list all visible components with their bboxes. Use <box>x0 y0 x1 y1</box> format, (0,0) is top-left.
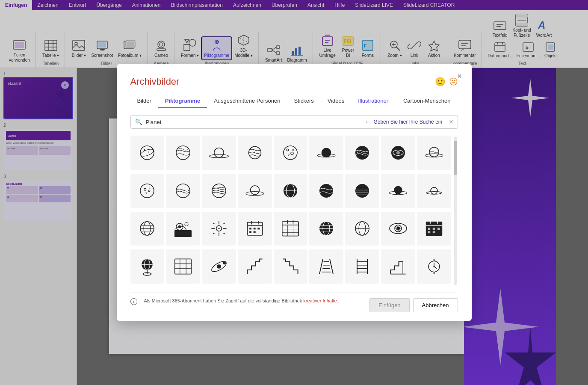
icon-planet-2[interactable] <box>166 136 200 170</box>
icon-space-stars[interactable] <box>202 212 236 246</box>
svg-point-78 <box>288 154 290 155</box>
icon-saturn-2[interactable] <box>309 136 343 170</box>
search-icon: 🔍 <box>135 118 142 125</box>
feedback-happy-icon[interactable]: 🙂 <box>435 77 446 87</box>
svg-rect-134 <box>249 228 251 230</box>
icon-planet-8[interactable] <box>274 174 308 208</box>
search-hint-label: ← Geben Sie hier Ihre Suche ein <box>365 119 442 125</box>
icon-globe-1[interactable] <box>130 212 165 246</box>
svg-point-85 <box>396 151 400 154</box>
svg-rect-115 <box>174 230 192 237</box>
info-icon: i <box>130 298 137 305</box>
svg-point-67 <box>140 146 154 160</box>
svg-point-179 <box>217 264 221 269</box>
svg-point-101 <box>355 184 369 198</box>
icon-saturn-5[interactable] <box>381 174 415 208</box>
svg-point-81 <box>322 148 331 157</box>
svg-point-126 <box>213 223 214 224</box>
svg-rect-173 <box>175 259 191 274</box>
svg-point-76 <box>287 149 289 151</box>
svg-rect-166 <box>428 231 430 234</box>
svg-point-96 <box>250 186 259 195</box>
svg-point-89 <box>144 188 146 190</box>
icon-watch[interactable] <box>417 249 451 284</box>
svg-rect-137 <box>249 231 251 233</box>
icon-train-track-2[interactable] <box>345 249 379 284</box>
icon-saturn-4[interactable] <box>238 174 272 208</box>
icon-globe-2[interactable] <box>309 212 343 246</box>
svg-point-121 <box>218 228 219 229</box>
icon-saturn-3[interactable] <box>417 136 451 170</box>
dialog-close-button[interactable]: × <box>454 70 466 82</box>
icon-planet-5[interactable] <box>381 136 415 170</box>
icon-globe-stand[interactable] <box>130 249 165 284</box>
search-clear-icon[interactable]: × <box>449 118 453 126</box>
search-bar: 🔍 ← Geben Sie hier Ihre Suche ein × <box>130 115 458 129</box>
icon-train-track-1[interactable] <box>309 249 343 284</box>
svg-point-107 <box>394 186 402 194</box>
icon-orbit[interactable] <box>202 249 236 284</box>
icon-calendar-1[interactable] <box>238 212 272 246</box>
icon-stairs-1[interactable] <box>238 249 272 284</box>
svg-point-91 <box>146 192 147 193</box>
dialog-header: Archivbilder 🙂 ☹ <box>130 76 458 87</box>
tab-piktogramme[interactable]: Piktogramme <box>158 94 207 108</box>
search-input[interactable] <box>146 119 362 125</box>
tab-ausgeschnittene[interactable]: Ausgeschnittene Personen <box>207 94 287 108</box>
footer-link[interactable]: kreativer Inhalte <box>303 298 337 303</box>
icon-globe-3[interactable] <box>345 212 379 246</box>
icon-eye-planet[interactable] <box>381 212 415 246</box>
icon-table-grid[interactable] <box>166 249 200 284</box>
icon-moon-2[interactable] <box>130 174 165 208</box>
dialog-title: Archivbilder <box>130 76 180 87</box>
svg-rect-165 <box>437 228 440 230</box>
icons-grid <box>130 136 458 286</box>
tab-cartoon[interactable]: Cartoon-Menschen <box>396 94 458 108</box>
icon-planet-6[interactable] <box>166 174 200 208</box>
svg-point-70 <box>148 151 149 152</box>
icon-saturn-6[interactable] <box>417 174 451 208</box>
icon-planet-4[interactable] <box>345 136 379 170</box>
svg-point-109 <box>431 187 437 194</box>
icon-stairs-3[interactable] <box>381 249 415 284</box>
icon-planet-9[interactable] <box>309 174 343 208</box>
icon-planet-7[interactable] <box>202 174 236 208</box>
svg-point-128 <box>213 233 214 234</box>
icon-stairs-2[interactable] <box>274 249 308 284</box>
icon-space-scene[interactable] <box>166 212 200 246</box>
svg-point-180 <box>223 262 226 264</box>
svg-point-92 <box>150 187 151 188</box>
svg-point-90 <box>148 190 150 192</box>
icon-saturn-1[interactable] <box>202 136 236 170</box>
svg-point-68 <box>140 148 154 157</box>
icon-planet-3[interactable] <box>238 136 272 170</box>
tab-stickers[interactable]: Stickers <box>287 94 321 108</box>
svg-rect-136 <box>257 228 260 230</box>
svg-point-118 <box>185 223 188 226</box>
svg-point-71 <box>176 146 190 160</box>
icon-calendar-2[interactable] <box>274 212 308 246</box>
svg-point-69 <box>144 149 145 151</box>
dialog-tab-bar: Bilder Piktogramme Ausgeschnittene Perso… <box>130 94 458 108</box>
svg-point-129 <box>223 233 225 234</box>
svg-point-73 <box>214 148 224 157</box>
dialog-footer: i Als Microsoft 365-Abonnent haben Sie Z… <box>130 293 458 312</box>
tab-videos[interactable]: Videos <box>321 94 352 108</box>
icon-planet-10[interactable] <box>345 174 379 208</box>
tab-bilder[interactable]: Bilder <box>130 94 158 108</box>
icon-moon[interactable] <box>274 136 308 170</box>
tab-illustrationen[interactable]: Illustrationen <box>351 94 396 108</box>
icon-calendar-3[interactable] <box>417 212 451 246</box>
svg-rect-135 <box>254 228 256 230</box>
svg-rect-164 <box>432 228 435 230</box>
svg-point-79 <box>293 149 294 151</box>
cancel-button[interactable]: Abbrechen <box>413 298 458 312</box>
svg-point-75 <box>284 146 297 160</box>
svg-rect-139 <box>282 222 298 236</box>
icon-planet-1[interactable] <box>130 136 165 170</box>
insert-button[interactable]: Einfügen <box>369 298 409 312</box>
svg-point-200 <box>433 266 434 267</box>
svg-point-127 <box>223 223 225 224</box>
svg-point-100 <box>319 184 333 198</box>
svg-point-77 <box>291 152 293 154</box>
